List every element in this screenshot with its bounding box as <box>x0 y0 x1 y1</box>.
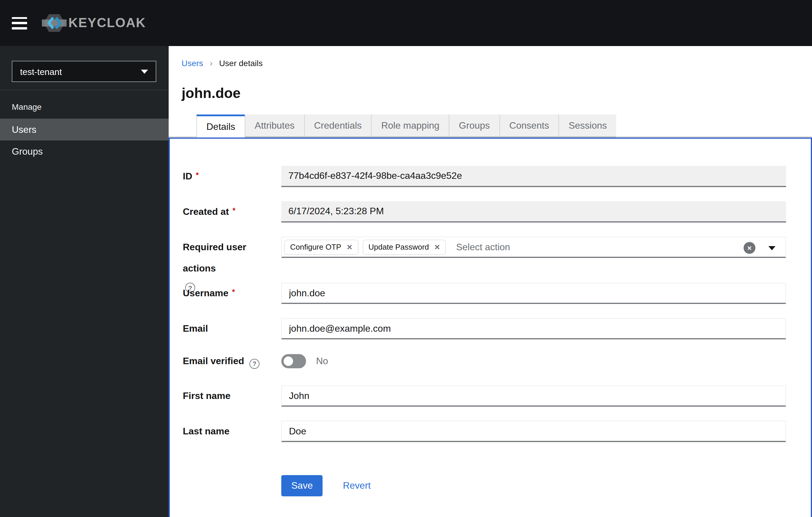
tab-consents[interactable]: Consents <box>499 114 558 137</box>
realm-selector-value: test-tenant <box>20 66 62 76</box>
caret-down-icon <box>141 69 148 74</box>
masthead: KEYCLOAK <box>0 0 812 46</box>
form-row-required-user-actions: Required user actions ? Configure OTP ✕ … <box>183 237 786 272</box>
tab-label: Details <box>206 121 235 132</box>
select-placeholder: Select action <box>456 242 510 252</box>
field-label-created-at: Created at* <box>183 201 281 222</box>
label-text: Last name <box>183 426 229 436</box>
chip-close-icon[interactable]: ✕ <box>346 243 352 250</box>
label-text: Required user actions <box>183 237 281 279</box>
hamburger-icon <box>12 22 27 24</box>
tab-attributes[interactable]: Attributes <box>245 114 304 137</box>
chip-label: Configure OTP <box>290 243 341 251</box>
sidebar: test-tenant Manage Users Groups <box>0 46 169 517</box>
chip-update-password: Update Password ✕ <box>362 239 446 255</box>
tab-label: Credentials <box>314 120 362 131</box>
form-actions: Save Revert <box>281 475 786 496</box>
chevron-right-icon: › <box>210 58 212 68</box>
revert-link[interactable]: Revert <box>343 475 371 496</box>
sidebar-item-groups[interactable]: Groups <box>0 140 169 162</box>
label-text: Email verified <box>183 356 244 366</box>
breadcrumb-current: User details <box>219 58 263 67</box>
tab-label: Role mapping <box>381 120 439 131</box>
tabs: Details Attributes Credentials Role mapp… <box>169 114 812 137</box>
last-name-input[interactable] <box>281 421 786 442</box>
form-row-first-name: First name <box>183 385 786 407</box>
email-input[interactable] <box>281 318 786 339</box>
page-title: john.doe <box>182 85 240 102</box>
label-text: ID <box>183 171 192 181</box>
form-row-email-verified: Email verified? No <box>183 354 786 368</box>
email-verified-toggle[interactable] <box>281 354 306 368</box>
dropdown-caret-icon[interactable] <box>768 246 776 250</box>
help-icon[interactable]: ? <box>250 358 259 369</box>
id-input <box>281 166 786 187</box>
label-text: First name <box>183 391 231 401</box>
form-row-created-at: Created at* <box>183 201 786 222</box>
sidebar-item-label: Groups <box>12 146 43 157</box>
field-label-email: Email <box>183 318 281 339</box>
breadcrumb-link-users[interactable]: Users <box>182 58 203 67</box>
form-row-email: Email <box>183 318 786 339</box>
tab-label: Consents <box>509 120 549 131</box>
form-row-last-name: Last name <box>183 421 786 442</box>
nav-section-title: Manage <box>12 102 41 112</box>
field-label-username: Username* <box>183 283 281 304</box>
tab-details[interactable]: Details <box>196 114 245 137</box>
tab-groups[interactable]: Groups <box>449 114 499 137</box>
form-row-username: Username* <box>183 283 786 304</box>
label-text: Email <box>183 323 208 333</box>
form-row-id: ID* <box>183 166 786 187</box>
tab-credentials[interactable]: Credentials <box>304 114 371 137</box>
times-circle-icon: ✕ <box>747 245 752 251</box>
field-label-id: ID* <box>183 166 281 187</box>
clear-all-button[interactable]: ✕ <box>744 242 755 254</box>
hamburger-icon <box>12 27 27 29</box>
tab-label: Groups <box>459 120 490 131</box>
tab-label: Sessions <box>569 120 607 131</box>
tabs-leading-spacer <box>169 114 196 137</box>
label-text: Created at <box>183 207 229 217</box>
keycloak-admin-console: KEYCLOAK test-tenant Manage Users Groups… <box>0 0 812 517</box>
brand-name: KEYCLOAK <box>68 15 146 31</box>
field-label-required-user-actions: Required user actions ? <box>183 237 281 272</box>
field-label-first-name: First name <box>183 385 281 407</box>
chip-label: Update Password <box>369 243 429 251</box>
chip-close-icon[interactable]: ✕ <box>434 243 440 250</box>
required-asterisk: * <box>196 170 199 180</box>
username-input[interactable] <box>281 283 786 304</box>
required-asterisk: * <box>233 206 236 215</box>
tabs-trailing-spacer <box>616 114 812 137</box>
tab-sessions[interactable]: Sessions <box>558 114 616 137</box>
hamburger-icon <box>12 17 27 19</box>
label-text: Username <box>183 288 229 298</box>
tab-label: Attributes <box>255 120 294 131</box>
toggle-state-label: No <box>316 354 328 368</box>
first-name-input[interactable] <box>281 385 786 407</box>
keycloak-logo: KEYCLOAK <box>41 11 146 35</box>
keycloak-hexagon-icon <box>41 11 67 35</box>
save-button[interactable]: Save <box>281 475 323 496</box>
breadcrumb: Users › User details <box>182 58 263 68</box>
field-label-last-name: Last name <box>183 421 281 442</box>
hamburger-menu-button[interactable] <box>12 17 27 29</box>
sidebar-divider <box>0 90 169 90</box>
created-at-input <box>281 201 786 222</box>
required-actions-multiselect[interactable]: Configure OTP ✕ Update Password ✕ Select… <box>281 237 786 258</box>
field-label-email-verified: Email verified? <box>183 354 281 368</box>
sidebar-item-users[interactable]: Users <box>0 119 169 140</box>
realm-selector[interactable]: test-tenant <box>12 61 156 82</box>
toggle-knob <box>284 356 293 366</box>
sidebar-item-label: Users <box>12 124 36 135</box>
chip-configure-otp: Configure OTP ✕ <box>284 239 358 255</box>
tab-role-mapping[interactable]: Role mapping <box>371 114 449 137</box>
required-asterisk: * <box>232 288 235 296</box>
user-details-panel: ID* Created at* Required user actions ? … <box>169 137 812 517</box>
